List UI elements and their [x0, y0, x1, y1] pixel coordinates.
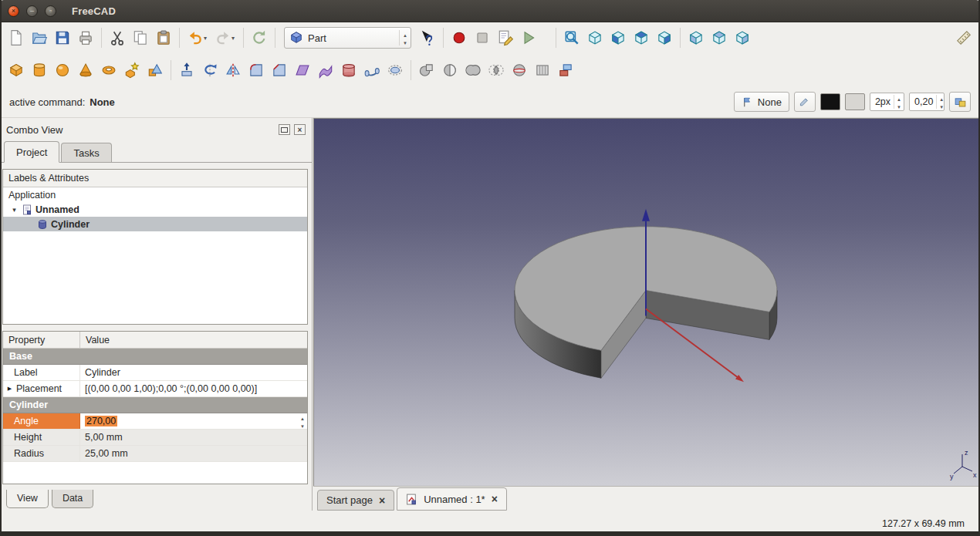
angle-spinner-icon[interactable]	[300, 413, 305, 429]
property-row-placement[interactable]: Placement [(0,00 0,00 1,00);0,00 °;(0,00…	[3, 381, 307, 397]
rear-view-icon	[688, 29, 705, 46]
refresh-button[interactable]	[248, 26, 271, 49]
float-panel-icon[interactable]	[279, 124, 290, 135]
macro-edit-button[interactable]	[494, 26, 517, 49]
paste-button[interactable]	[152, 26, 175, 49]
property-group-cylinder[interactable]: Cylinder	[3, 397, 307, 413]
boolean-button[interactable]	[415, 59, 438, 82]
open-document-button[interactable]	[28, 26, 51, 49]
box-button[interactable]	[5, 59, 28, 82]
tab-data[interactable]: Data	[52, 490, 93, 508]
close-tab-icon[interactable]	[379, 495, 385, 506]
property-row-radius[interactable]: Radius 25,00 mm	[3, 446, 307, 462]
print-button[interactable]	[74, 26, 97, 49]
property-group-base[interactable]: Base	[3, 349, 307, 365]
3d-viewport[interactable]: z y x	[313, 118, 980, 486]
extrude-button[interactable]	[175, 59, 198, 82]
tab-tasks[interactable]: Tasks	[61, 143, 111, 162]
property-row-angle[interactable]: Angle 270,00	[3, 413, 307, 430]
macro-stop-button[interactable]	[471, 26, 494, 49]
new-document-button[interactable]	[5, 26, 28, 49]
expander-icon[interactable]	[10, 206, 19, 214]
primitives-button[interactable]	[120, 59, 144, 82]
cross-sections-button[interactable]	[531, 59, 554, 82]
angle-value-editor[interactable]: 270,00	[80, 413, 307, 429]
svg-text:y: y	[950, 473, 954, 480]
box-icon	[8, 62, 25, 79]
document-tab-icon	[406, 494, 417, 505]
tab-unnamed-document[interactable]: Unnamed : 1*	[397, 487, 507, 511]
property-row-label[interactable]: Label Cylinder	[3, 365, 307, 381]
placement-expander-icon[interactable]	[5, 386, 14, 392]
macro-record-icon	[451, 29, 468, 46]
loft-button[interactable]	[337, 59, 360, 82]
offset-button[interactable]	[384, 59, 407, 82]
line-width-spinbox[interactable]: 2px	[870, 93, 904, 111]
close-tab-icon[interactable]	[492, 494, 498, 504]
undo-dropdown-caret-icon[interactable]	[204, 35, 211, 42]
macro-execute-button[interactable]	[517, 26, 540, 49]
chamfer-button[interactable]	[268, 59, 291, 82]
tab-view[interactable]: View	[6, 490, 49, 508]
copy-button[interactable]	[129, 26, 152, 49]
fillet-button[interactable]	[245, 59, 268, 82]
sweep-button[interactable]	[360, 59, 384, 82]
paste-icon	[155, 29, 172, 46]
window-minimize-icon[interactable]	[26, 5, 38, 17]
rear-view-button[interactable]	[684, 26, 708, 49]
torus-button[interactable]	[97, 59, 120, 82]
property-row-height[interactable]: Height 5,00 mm	[3, 430, 307, 446]
combo-view-tabbar: Project Tasks	[0, 141, 312, 163]
sphere-button[interactable]	[51, 59, 74, 82]
boolean-intersection-button[interactable]	[485, 59, 508, 82]
save-document-button[interactable]	[51, 26, 74, 49]
separator	[243, 28, 244, 48]
workbench-selector[interactable]: Part	[284, 27, 411, 49]
draft-style-button[interactable]: None	[734, 92, 789, 112]
cylinder-button[interactable]	[28, 59, 51, 82]
axonometric-view-button[interactable]	[583, 26, 607, 49]
fit-all-button[interactable]	[560, 26, 583, 49]
tab-project[interactable]: Project	[4, 141, 59, 163]
top-view-button[interactable]	[630, 26, 653, 49]
primitives-icon	[123, 62, 140, 79]
boolean-cut-button[interactable]	[438, 59, 461, 82]
tree-item-application[interactable]: Application	[3, 187, 307, 202]
measure-button[interactable]	[952, 26, 975, 49]
draft-autogroup-button[interactable]	[949, 92, 971, 112]
save-document-icon	[54, 29, 71, 46]
spin-up-down-icon[interactable]	[936, 95, 944, 109]
draft-apply-style-button[interactable]	[794, 92, 816, 112]
macro-record-button[interactable]	[448, 26, 471, 49]
workbench-spinner-icon[interactable]	[399, 30, 407, 46]
cut-button[interactable]	[106, 26, 129, 49]
tree-item-document[interactable]: Unnamed	[3, 202, 307, 217]
front-view-button[interactable]	[607, 26, 630, 49]
bottom-view-button[interactable]	[708, 26, 731, 49]
ruled-surface-button[interactable]	[314, 59, 337, 82]
whats-this-icon	[419, 29, 436, 46]
mirror-button[interactable]	[221, 59, 245, 82]
section-button[interactable]	[508, 59, 531, 82]
tab-start-page[interactable]: Start page	[317, 490, 394, 511]
measure-icon	[955, 29, 972, 46]
face-color-swatch[interactable]	[845, 93, 865, 110]
line-color-swatch[interactable]	[820, 93, 840, 110]
right-view-button[interactable]	[653, 26, 676, 49]
revolve-button[interactable]	[198, 59, 221, 82]
shape-builder-button[interactable]	[144, 59, 167, 82]
redo-dropdown-caret-icon[interactable]	[231, 35, 239, 42]
window-maximize-icon[interactable]	[45, 5, 56, 17]
close-panel-icon[interactable]	[294, 124, 306, 135]
left-view-button[interactable]	[731, 26, 754, 49]
compound-button[interactable]	[554, 59, 577, 82]
whats-this-button[interactable]	[416, 26, 439, 49]
toolbar-part	[0, 54, 980, 87]
boolean-union-button[interactable]	[461, 59, 485, 82]
cone-button[interactable]	[74, 59, 97, 82]
window-close-icon[interactable]	[8, 5, 19, 17]
spin-up-down-icon[interactable]	[894, 95, 901, 109]
text-scale-spinbox[interactable]: 0,20	[909, 93, 945, 111]
tree-item-cylinder[interactable]: Cylinder	[3, 217, 307, 231]
make-face-button[interactable]	[291, 59, 314, 82]
